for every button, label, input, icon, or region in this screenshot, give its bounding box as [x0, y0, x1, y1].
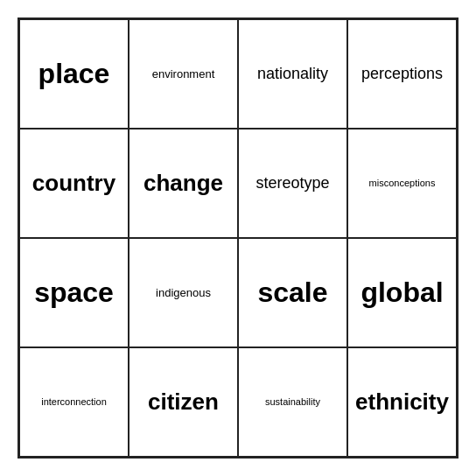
cell-r0c0: place [19, 19, 129, 129]
cell-r3c0: interconnection [19, 347, 129, 457]
cell-r2c3: global [347, 238, 457, 347]
cell-text-r2c2: scale [257, 276, 327, 309]
cell-text-r3c3: ethnicity [355, 388, 449, 416]
cell-text-r0c3: perceptions [361, 65, 443, 84]
cell-text-r0c0: place [38, 57, 110, 90]
cell-r2c1: indigenous [129, 238, 238, 347]
cell-text-r3c0: interconnection [41, 396, 107, 408]
cell-r3c1: citizen [129, 347, 238, 457]
cell-text-r2c1: indigenous [156, 286, 211, 300]
cell-text-r3c2: sustainability [265, 396, 320, 408]
bingo-grid: placeenvironmentnationalityperceptionsco… [18, 18, 458, 458]
cell-r0c3: perceptions [347, 19, 457, 129]
cell-r2c2: scale [238, 238, 347, 347]
cell-r1c0: country [19, 129, 129, 238]
cell-text-r1c2: stereotype [256, 174, 329, 193]
cell-r0c1: environment [129, 19, 238, 129]
cell-text-r1c3: misconceptions [369, 178, 436, 189]
cell-r0c2: nationality [238, 19, 347, 129]
cell-r2c0: space [19, 238, 129, 347]
cell-r3c2: sustainability [238, 347, 347, 457]
cell-text-r3c1: citizen [148, 388, 219, 416]
cell-text-r2c0: space [34, 276, 114, 309]
cell-text-r1c0: country [32, 170, 116, 197]
cell-text-r0c1: environment [152, 67, 215, 81]
cell-text-r0c2: nationality [257, 65, 328, 84]
cell-r1c3: misconceptions [347, 129, 457, 238]
cell-r1c1: change [129, 129, 238, 238]
cell-r1c2: stereotype [238, 129, 347, 238]
cell-text-r2c3: global [360, 276, 443, 309]
cell-text-r1c1: change [144, 170, 223, 197]
cell-r3c3: ethnicity [347, 347, 457, 457]
